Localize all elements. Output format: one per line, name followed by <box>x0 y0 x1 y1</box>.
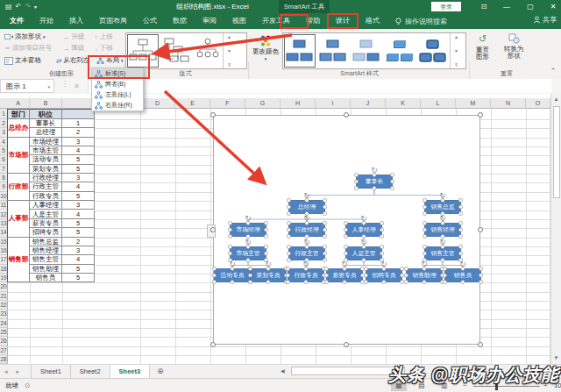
selection-handle[interactable] <box>246 221 250 225</box>
selection-handle[interactable] <box>287 245 290 248</box>
selection-handle[interactable] <box>423 245 426 248</box>
selection-handle[interactable] <box>380 221 383 225</box>
selection-handle[interactable] <box>287 205 290 209</box>
selection-handle[interactable] <box>441 198 444 202</box>
selection-handle[interactable] <box>324 274 328 277</box>
selection-handle[interactable] <box>287 258 290 261</box>
rotate-handle-icon[interactable]: ↻ <box>245 214 252 223</box>
selection-handle[interactable] <box>423 252 426 255</box>
selection-handle[interactable] <box>323 198 326 202</box>
selection-handle[interactable] <box>287 221 290 225</box>
selection-handle[interactable] <box>212 267 216 270</box>
selection-handle[interactable] <box>354 180 358 183</box>
selection-handle[interactable] <box>364 280 367 283</box>
selection-handle[interactable] <box>305 245 309 248</box>
selection-handle[interactable] <box>380 228 383 232</box>
selection-handle[interactable] <box>404 267 408 270</box>
rotate-handle-icon[interactable]: ↻ <box>302 260 309 268</box>
selection-handle[interactable] <box>423 280 426 283</box>
selection-handle[interactable] <box>286 267 289 270</box>
selection-handle[interactable] <box>443 280 446 283</box>
selection-handle[interactable] <box>264 234 267 238</box>
selection-handle[interactable] <box>458 234 462 238</box>
selection-handle[interactable] <box>390 186 394 189</box>
selection-handle[interactable] <box>362 245 366 248</box>
rotate-handle-icon[interactable]: ↻ <box>459 260 466 268</box>
rotate-handle-icon[interactable]: ↻ <box>439 238 446 246</box>
selection-handle[interactable] <box>344 228 347 232</box>
selection-handle[interactable] <box>458 228 462 232</box>
selection-handle[interactable] <box>458 198 462 202</box>
rotate-handle-icon[interactable]: ↻ <box>341 260 348 268</box>
rotate-handle-icon[interactable]: ↻ <box>371 166 378 175</box>
rotate-handle-icon[interactable]: ↻ <box>245 238 252 246</box>
selection-handle[interactable] <box>423 198 426 202</box>
selection-handle[interactable] <box>382 280 386 283</box>
selection-handle[interactable] <box>390 173 394 176</box>
selection-handle[interactable] <box>380 245 383 248</box>
selection-handle[interactable] <box>286 274 289 277</box>
selection-handle[interactable] <box>441 245 444 248</box>
selection-handle[interactable] <box>479 280 482 283</box>
rotate-handle-icon[interactable]: ↻ <box>265 260 272 268</box>
layout-menu-item-3[interactable]: 左悬挂(L) <box>92 89 143 100</box>
selection-handle[interactable] <box>323 205 326 209</box>
selection-handle[interactable] <box>364 274 367 277</box>
selection-handle[interactable] <box>248 267 252 270</box>
selection-handle[interactable] <box>423 267 426 270</box>
selection-handle[interactable] <box>382 267 386 270</box>
selection-handle[interactable] <box>323 252 326 255</box>
layout-menu-item-1[interactable]: 标准(S) <box>92 68 143 79</box>
selection-handle[interactable] <box>212 280 216 283</box>
rotate-handle-icon[interactable]: ↻ <box>439 191 446 200</box>
selection-handle[interactable] <box>264 221 267 225</box>
selection-handle[interactable] <box>231 280 234 283</box>
rotate-handle-icon[interactable]: ↻ <box>380 260 387 268</box>
selection-handle[interactable] <box>264 228 267 232</box>
selection-handle[interactable] <box>305 221 309 225</box>
selection-handle[interactable] <box>248 280 252 283</box>
rotate-handle-icon[interactable]: ↻ <box>303 214 310 223</box>
selection-handle[interactable] <box>458 221 462 225</box>
selection-handle[interactable] <box>287 198 290 202</box>
selection-handle[interactable] <box>304 280 308 283</box>
selection-handle[interactable] <box>228 234 231 238</box>
selection-handle[interactable] <box>380 252 383 255</box>
layout-menu-item-4[interactable]: 右悬挂(R) <box>92 100 143 110</box>
selection-handle[interactable] <box>343 267 346 270</box>
selection-handle[interactable] <box>212 274 216 277</box>
selection-handle[interactable] <box>423 234 426 238</box>
selection-handle[interactable] <box>264 252 267 255</box>
selection-handle[interactable] <box>458 245 462 248</box>
selection-handle[interactable] <box>423 205 426 209</box>
selection-handle[interactable] <box>380 234 383 238</box>
selection-handle[interactable] <box>343 280 346 283</box>
selection-handle[interactable] <box>287 228 290 232</box>
selection-handle[interactable] <box>286 280 289 283</box>
selection-handle[interactable] <box>360 280 364 283</box>
rotate-handle-icon[interactable]: ↻ <box>229 260 236 268</box>
selection-handle[interactable] <box>441 221 444 225</box>
selection-handle[interactable] <box>228 252 231 255</box>
selection-handle[interactable] <box>423 211 426 215</box>
selection-handle[interactable] <box>354 173 358 176</box>
selection-handle[interactable] <box>400 280 403 283</box>
selection-handle[interactable] <box>441 258 444 261</box>
selection-handle[interactable] <box>304 267 308 270</box>
rotate-handle-icon[interactable]: ↻ <box>421 260 428 268</box>
selection-handle[interactable] <box>458 252 462 255</box>
selection-handle[interactable] <box>362 258 366 261</box>
selection-handle[interactable] <box>360 274 364 277</box>
org-chart[interactable]: 董事长↻总经理↻销售总监↻市场经理↻行政经理↻人事经理↻销售经理↻市场主管↻行政… <box>0 0 561 392</box>
selection-handle[interactable] <box>248 274 252 277</box>
rotate-handle-icon[interactable]: ↻ <box>439 214 446 223</box>
selection-handle[interactable] <box>458 205 462 209</box>
selection-handle[interactable] <box>305 198 309 202</box>
selection-handle[interactable] <box>443 274 446 277</box>
selection-handle[interactable] <box>323 245 326 248</box>
selection-handle[interactable] <box>324 267 328 270</box>
rotate-handle-icon[interactable]: ↻ <box>303 191 310 200</box>
selection-handle[interactable] <box>287 211 290 215</box>
selection-handle[interactable] <box>266 280 270 283</box>
selection-handle[interactable] <box>344 252 347 255</box>
